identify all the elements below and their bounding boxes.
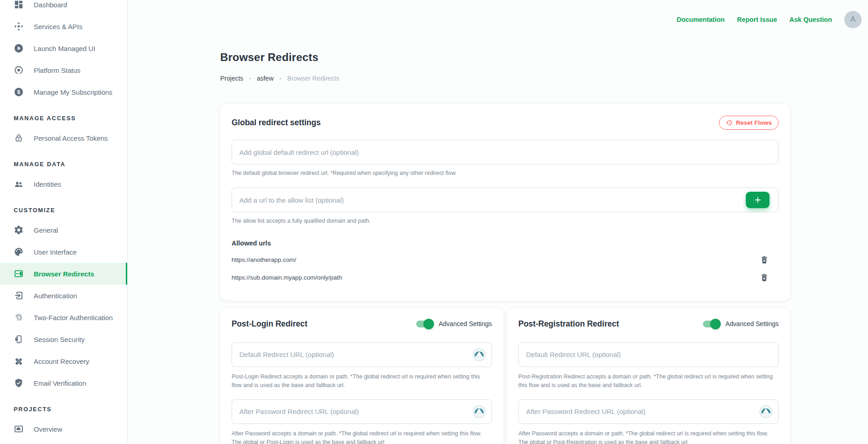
sidebar-item-label: Email Verification: [34, 379, 86, 387]
global-redirect-settings-card: Global redirect settings Reset Flows The…: [220, 104, 790, 301]
post-login-default-redirect-input[interactable]: [232, 342, 492, 367]
browser-icon: [14, 269, 24, 279]
post-registration-advanced-toggle[interactable]: [703, 321, 720, 327]
svg-text:$: $: [17, 89, 21, 95]
sidebar-item-dashboard[interactable]: Dashboard: [0, 0, 127, 15]
sidebar-section-customize: CUSTOMIZE: [0, 195, 127, 219]
avatar[interactable]: A: [844, 11, 862, 28]
post-registration-after-password-helper: After Password accepts a domain or path.…: [518, 429, 776, 444]
post-registration-after-password-input[interactable]: [518, 399, 779, 424]
ask-question-link[interactable]: Ask Question: [790, 16, 832, 23]
exit-to-app-icon: [14, 291, 24, 301]
advanced-settings-label: Advanced Settings: [725, 320, 779, 327]
trash-icon: [761, 274, 768, 281]
breadcrumb-project-name[interactable]: asfew: [257, 75, 274, 82]
top-links: Documentation Report Issue Ask Question …: [677, 11, 862, 28]
app-root: Dashboard Services & APIs Launch Managed…: [0, 0, 868, 444]
fingerprint-icon: [14, 312, 24, 322]
sidebar-item-label: Browser Redirects: [34, 270, 94, 278]
dynamic-value-mountain-icon[interactable]: [472, 405, 486, 418]
delete-url-button[interactable]: [760, 255, 769, 265]
allow-list-url-input[interactable]: [232, 188, 779, 212]
services-icon: [14, 21, 24, 31]
post-login-default-helper: Post-Login Redirect accepts a domain or …: [232, 373, 489, 390]
sidebar-item-general[interactable]: General: [0, 219, 127, 241]
dynamic-value-mountain-icon[interactable]: [472, 348, 486, 362]
allowed-urls-title: Allowed urls: [232, 240, 779, 247]
allowed-url: https://sub.domain.myapp.com/only/path: [232, 274, 342, 281]
sidebar-item-session-security[interactable]: Session Security: [0, 328, 127, 350]
add-allow-url-button[interactable]: +: [746, 192, 770, 208]
sidebar-section-manage-data: MANAGE DATA: [0, 149, 127, 173]
page-content: Browser Redirects Projects • asfew • Bro…: [220, 0, 790, 444]
post-registration-card-title: Post-Registration Redirect: [518, 319, 619, 329]
post-login-card-title: Post-Login Redirect: [232, 319, 307, 329]
sidebar-item-label: Manage My Subscriptions: [34, 88, 113, 96]
sidebar-section-projects: PROJECTS: [0, 394, 127, 418]
sidebar-item-user-interface[interactable]: User Interface: [0, 241, 127, 263]
main-area: Documentation Report Issue Ask Question …: [128, 0, 868, 444]
reset-flows-label: Reset Flows: [736, 119, 772, 126]
play-circle-icon: [14, 43, 24, 53]
sidebar-item-label: Dashboard: [34, 1, 67, 9]
global-default-redirect-input[interactable]: [232, 140, 779, 164]
sidebar-item-label: Authentication: [34, 292, 77, 300]
sidebar-item-label: Launch Managed UI: [34, 45, 95, 52]
allow-list-helper: The allow list accepts a fully qualified…: [232, 217, 779, 225]
post-login-advanced-toggle[interactable]: [416, 321, 433, 327]
trash-icon: [761, 256, 768, 264]
breadcrumb-current: Browser Redirects: [287, 75, 339, 82]
sidebar-item-overview[interactable]: Overview: [0, 418, 127, 440]
sidebar-item-browser-redirects[interactable]: Browser Redirects: [0, 263, 127, 285]
history-icon: [726, 119, 733, 126]
reset-flows-button[interactable]: Reset Flows: [719, 116, 779, 130]
status-ring-icon: [14, 65, 24, 75]
sidebar-item-label: Personal Access Tokens: [34, 134, 108, 142]
delete-url-button[interactable]: [760, 273, 769, 282]
sidebar-item-label: Platform Status: [34, 66, 81, 74]
bandage-icon: [14, 356, 24, 366]
post-registration-default-redirect-input[interactable]: [518, 342, 779, 367]
sidebar-item-label: Account Recovery: [34, 357, 89, 365]
palette-icon: [14, 247, 24, 257]
post-login-redirect-card: Post-Login Redirect Advanced Settings Po…: [220, 308, 503, 444]
sidebar-item-label: Two-Factor Authentication: [34, 314, 113, 322]
sidebar: Dashboard Services & APIs Launch Managed…: [0, 0, 128, 444]
sidebar-item-authentication[interactable]: Authentication: [0, 285, 127, 306]
sidebar-item-two-factor-authentication[interactable]: Two-Factor Authentication: [0, 306, 127, 328]
sidebar-item-services-apis[interactable]: Services & APIs: [0, 15, 127, 37]
toggle-knob: [710, 319, 721, 329]
flow-cards-row: Post-Login Redirect Advanced Settings Po…: [220, 308, 790, 444]
post-login-after-password-helper: After Password accepts a domain or path.…: [232, 429, 489, 444]
documentation-link[interactable]: Documentation: [677, 16, 725, 23]
breadcrumb: Projects • asfew • Browser Redirects: [220, 75, 790, 82]
breadcrumb-projects[interactable]: Projects: [220, 75, 243, 82]
phone-lock-icon: [14, 334, 24, 344]
report-issue-link[interactable]: Report Issue: [737, 16, 777, 23]
page-title: Browser Redirects: [220, 51, 790, 64]
sidebar-item-label: Overview: [34, 425, 62, 433]
global-default-redirect-helper: The default global browser redirect url.…: [232, 169, 779, 178]
sidebar-item-launch-managed-ui[interactable]: Launch Managed UI: [0, 37, 127, 59]
post-login-after-password-input[interactable]: [232, 399, 492, 424]
sidebar-item-email-verification[interactable]: Email Verification: [0, 372, 127, 394]
lock-icon: [14, 133, 24, 143]
sidebar-item-identities[interactable]: Identities: [0, 173, 127, 195]
dollar-circle-icon: $: [14, 87, 24, 97]
sidebar-item-personal-access-tokens[interactable]: Personal Access Tokens: [0, 127, 127, 149]
allowed-url: https://anotherapp.com/: [232, 256, 296, 263]
dynamic-value-mountain-icon[interactable]: [759, 405, 773, 418]
sidebar-item-manage-subscriptions[interactable]: $ Manage My Subscriptions: [0, 81, 127, 103]
sidebar-item-platform-status[interactable]: Platform Status: [0, 59, 127, 81]
shield-check-icon: [14, 378, 24, 388]
breadcrumb-separator: •: [279, 76, 281, 81]
sidebar-item-account-recovery[interactable]: Account Recovery: [0, 350, 127, 372]
sidebar-item-label: General: [34, 226, 58, 234]
toggle-knob: [424, 319, 434, 329]
sidebar-item-label: Services & APIs: [34, 23, 83, 31]
breadcrumb-separator: •: [249, 76, 251, 81]
people-icon: [14, 179, 24, 189]
sidebar-item-label: User Interface: [34, 248, 77, 256]
cloud-display-icon: [14, 424, 24, 434]
post-registration-redirect-card: Post-Registration Redirect Advanced Sett…: [507, 308, 790, 444]
